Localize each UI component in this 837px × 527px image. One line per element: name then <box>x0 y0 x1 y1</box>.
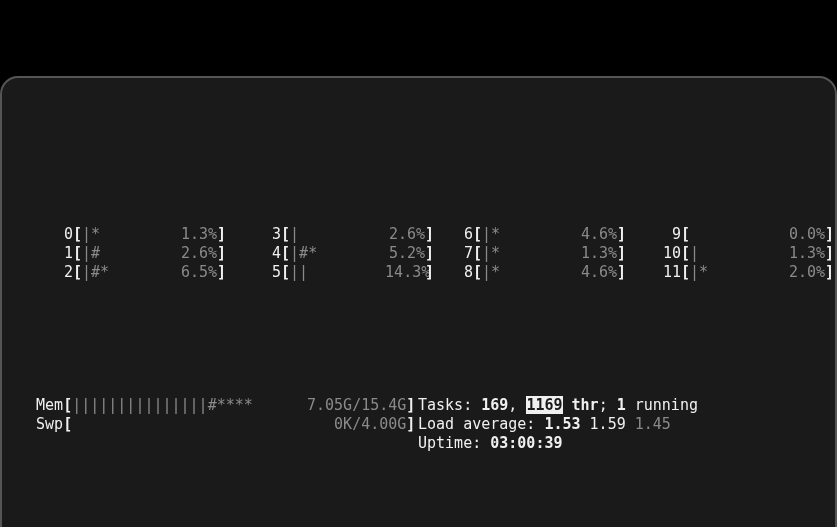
tasks-line: Tasks: 169, 1169 thr; 1 running <box>418 396 818 415</box>
swp-meter: Swp[ 0K/4.00G] <box>18 415 418 434</box>
cpu-meter-6: 6[|*4.6%] <box>418 225 626 244</box>
cpu-meter-4: 4[|#*5.2%] <box>226 244 434 263</box>
cpu-meter-1: 1[|#2.6%] <box>18 244 226 263</box>
header-meters: 0[|*1.3%]3[|2.6%]1[|#2.6%]4[|#*5.2%]2[|#… <box>18 149 819 527</box>
mem-meter: Mem[|||||||||||||||#**** 7.05G/15.4G] <box>18 396 418 415</box>
cpu-meter-5: 5[||14.3%] <box>226 263 434 282</box>
cpu-meter-11: 11[|*2.0%] <box>626 263 834 282</box>
cpu-meter-10: 10[|1.3%] <box>626 244 834 263</box>
cpu-meter-7: 7[|*1.3%] <box>418 244 626 263</box>
cpu-meter-2: 2[|#*6.5%] <box>18 263 226 282</box>
cpu-meter-8: 8[|*4.6%] <box>418 263 626 282</box>
uptime-line: Uptime: 03:00:39 <box>418 434 818 453</box>
load-line: Load average: 1.53 1.59 1.45 <box>418 415 818 434</box>
cpu-meter-3: 3[|2.6%] <box>226 225 434 244</box>
terminal-window: 0[|*1.3%]3[|2.6%]1[|#2.6%]4[|#*5.2%]2[|#… <box>0 76 837 527</box>
cpu-meter-9: 9[0.0%] <box>626 225 834 244</box>
cpu-meter-0: 0[|*1.3%] <box>18 225 226 244</box>
